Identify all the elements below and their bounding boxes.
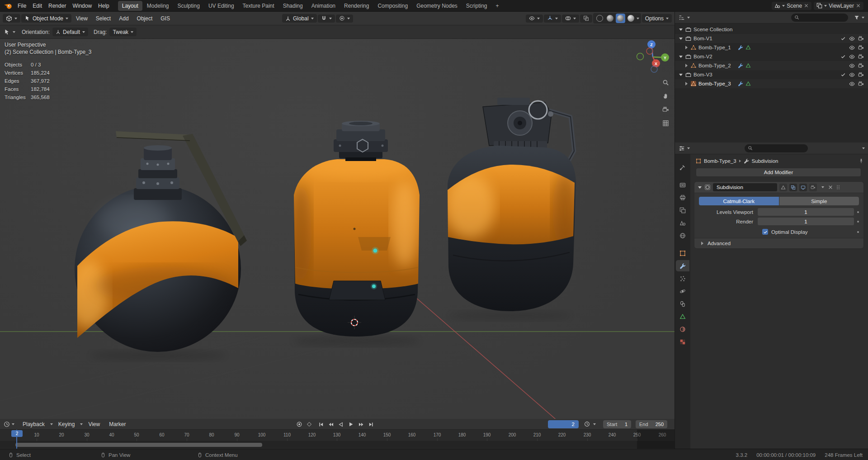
- remove-view-layer-icon[interactable]: [856, 3, 861, 8]
- animate-property-dot[interactable]: [857, 221, 859, 223]
- menu-gis[interactable]: GIS: [157, 14, 174, 23]
- hide-in-viewport-eye-icon[interactable]: [849, 36, 855, 42]
- shading-rendered-button[interactable]: [626, 14, 636, 23]
- playhead-frame-badge[interactable]: 2: [11, 430, 23, 437]
- tab-object-data-properties[interactable]: [676, 311, 689, 322]
- snap-toggle-group[interactable]: [318, 14, 335, 23]
- timeline-ruler[interactable]: 10 20 30 40 50 60 70 80 90 100 110 120 1…: [0, 430, 675, 441]
- xray-toggle[interactable]: [580, 14, 592, 23]
- play-reverse-button[interactable]: [336, 420, 345, 428]
- disclosure-triangle-icon[interactable]: [679, 36, 683, 41]
- mesh-data-icon[interactable]: [745, 81, 751, 86]
- menu-edit[interactable]: Edit: [29, 1, 45, 10]
- zoom-view-button[interactable]: [660, 77, 671, 88]
- modifier-wrench-icon[interactable]: [738, 63, 743, 68]
- jump-prev-keyframe-button[interactable]: [326, 420, 335, 428]
- menu-keying[interactable]: Keying: [55, 420, 79, 429]
- outliner-row-object-active[interactable]: Bomb-Type_3: [675, 79, 868, 88]
- tab-texture-properties[interactable]: [676, 336, 689, 347]
- shading-material-preview-button[interactable]: [616, 14, 625, 23]
- camera-view-button[interactable]: [660, 104, 671, 115]
- outliner-search-input[interactable]: [802, 15, 843, 20]
- tab-particle-properties[interactable]: [676, 273, 689, 284]
- menu-render[interactable]: Render: [45, 1, 69, 10]
- 3d-viewport[interactable]: Z Y X User Perspective (2) Scene Collect…: [0, 39, 675, 419]
- modifier-extras-dropdown-icon[interactable]: [821, 186, 824, 188]
- disable-in-render-camera-icon[interactable]: [858, 54, 864, 60]
- animate-property-dot[interactable]: [857, 231, 859, 233]
- modifier-realtime-toggle[interactable]: [799, 184, 807, 191]
- mesh-data-icon[interactable]: [745, 45, 751, 50]
- panel-disclosure-icon[interactable]: [698, 185, 702, 190]
- scene-selector[interactable]: Scene: [772, 2, 811, 10]
- tab-scripting[interactable]: Scripting: [462, 1, 491, 11]
- timeline-scrollbar[interactable]: [15, 443, 262, 447]
- tab-shading[interactable]: Shading: [279, 1, 307, 11]
- start-frame-field[interactable]: Start 1: [603, 420, 631, 428]
- end-frame-field[interactable]: End 250: [636, 420, 667, 428]
- menu-object[interactable]: Object: [133, 14, 156, 23]
- tab-physics-properties[interactable]: [676, 285, 689, 297]
- menu-select[interactable]: Select: [92, 14, 114, 23]
- hide-in-viewport-eye-icon[interactable]: [849, 72, 855, 78]
- toggle-ortho-button[interactable]: [660, 118, 671, 128]
- editor-type-button[interactable]: [3, 14, 20, 23]
- tab-sculpting[interactable]: Sculpting: [174, 1, 204, 11]
- show-overlays-dropdown[interactable]: [562, 14, 579, 23]
- disable-in-render-camera-icon[interactable]: [858, 63, 864, 69]
- levels-viewport-field[interactable]: 1: [758, 208, 854, 216]
- pin-icon[interactable]: [859, 158, 864, 164]
- frame-display-clock-icon[interactable]: [582, 420, 591, 428]
- timeline-editor-icon[interactable]: [4, 421, 10, 427]
- auto-keying-record-button[interactable]: [295, 420, 304, 428]
- tab-layout[interactable]: Layout: [118, 1, 142, 11]
- hide-in-viewport-eye-icon[interactable]: [849, 63, 855, 69]
- disclosure-triangle-icon[interactable]: [679, 72, 683, 77]
- tab-compositing[interactable]: Compositing: [373, 1, 412, 11]
- tab-view-layer-properties[interactable]: [676, 204, 689, 216]
- shading-solid-button[interactable]: [605, 14, 615, 23]
- jump-next-keyframe-button[interactable]: [356, 420, 365, 428]
- tab-modifier-properties[interactable]: [676, 260, 689, 271]
- tab-tool-properties[interactable]: [676, 161, 689, 173]
- disable-in-render-camera-icon[interactable]: [858, 36, 864, 42]
- menu-add[interactable]: Add: [115, 14, 132, 23]
- disable-in-render-camera-icon[interactable]: [858, 45, 864, 51]
- drag-setting-dropdown[interactable]: Tweak: [109, 28, 137, 36]
- grenade-model-1[interactable]: [68, 131, 247, 361]
- hide-in-viewport-eye-icon[interactable]: [849, 81, 855, 87]
- breadcrumb-object[interactable]: Bomb-Type_3: [704, 158, 736, 164]
- view-layer-selector[interactable]: ViewLayer: [814, 2, 863, 10]
- jump-to-start-button[interactable]: [316, 420, 326, 428]
- modifier-name-field[interactable]: Subdivision: [713, 183, 777, 191]
- move-view-button[interactable]: [660, 90, 671, 101]
- drag-handle-icon[interactable]: [835, 185, 841, 190]
- outliner-row-scene-collection[interactable]: Scene Collection: [675, 25, 868, 34]
- animate-property-dot[interactable]: [857, 211, 859, 213]
- disclosure-triangle-icon[interactable]: [684, 81, 689, 86]
- mode-dropdown[interactable]: Object Mode: [21, 14, 71, 23]
- hide-in-viewport-eye-icon[interactable]: [849, 54, 855, 60]
- exclude-checkbox-icon[interactable]: [840, 54, 846, 59]
- menu-file[interactable]: File: [14, 1, 29, 10]
- tab-render-properties[interactable]: [676, 179, 689, 190]
- tab-uv-editing[interactable]: UV Editing: [204, 1, 238, 11]
- transform-orientation-dropdown[interactable]: Global: [282, 14, 317, 23]
- properties-search-input[interactable]: [755, 146, 797, 151]
- menu-playback[interactable]: Playback: [19, 420, 48, 429]
- outliner-row-object[interactable]: Bomb-Type_2: [675, 61, 868, 70]
- filter-icon[interactable]: [854, 15, 859, 20]
- catmull-clark-button[interactable]: Catmull-Clark: [699, 197, 779, 205]
- properties-search[interactable]: [745, 144, 808, 152]
- tab-scene-properties[interactable]: [676, 217, 689, 228]
- tab-rendering[interactable]: Rendering: [340, 1, 373, 11]
- exclude-checkbox-icon[interactable]: [840, 36, 846, 41]
- exclude-checkbox-icon[interactable]: [840, 72, 846, 77]
- disable-in-render-camera-icon[interactable]: [858, 81, 864, 87]
- disclosure-triangle-icon[interactable]: [684, 45, 689, 50]
- outliner-row-collection[interactable]: Bom-V2: [675, 52, 868, 61]
- mesh-data-icon[interactable]: [745, 63, 751, 68]
- modifier-render-toggle[interactable]: [809, 184, 817, 191]
- modifier-panel-header[interactable]: Subdivision: [694, 182, 863, 193]
- keying-set-icon[interactable]: [305, 420, 314, 428]
